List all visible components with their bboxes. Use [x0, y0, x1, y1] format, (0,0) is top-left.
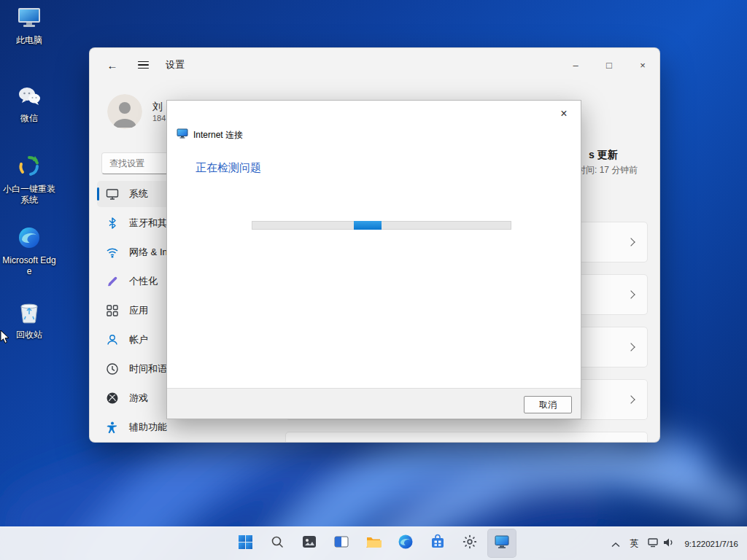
desktop-icon-recycle-bin[interactable]: 回收站 — [1, 300, 57, 341]
monitor-icon — [106, 187, 119, 201]
desktop-icon-label: 此电脑 — [16, 35, 42, 46]
chevron-right-icon — [627, 238, 635, 246]
microsoft-store-icon — [430, 534, 446, 553]
dialog-footer: 取消 — [167, 388, 581, 419]
file-explorer-button[interactable] — [359, 529, 388, 558]
window-title: 设置 — [166, 58, 185, 71]
gear-icon — [462, 534, 478, 553]
volume-icon — [663, 537, 674, 551]
back-button[interactable]: ← — [100, 54, 125, 76]
hamburger-icon — [138, 61, 149, 69]
user-name: 刘 — [152, 100, 166, 113]
windows-start-icon — [238, 534, 253, 553]
wechat-icon — [18, 85, 41, 110]
troubleshooter-icon — [177, 128, 188, 142]
this-pc-icon — [17, 7, 42, 32]
nav-label: 辅助功能 — [129, 421, 167, 434]
input-language-button[interactable]: 英 — [626, 532, 642, 556]
back-icon: ← — [107, 59, 118, 71]
nav-label: 帐户 — [129, 333, 148, 346]
hidden-icons-button[interactable] — [608, 532, 624, 556]
chevron-right-icon — [627, 290, 635, 298]
nav-label: 游戏 — [129, 392, 148, 405]
dialog-close-button[interactable]: × — [551, 104, 576, 124]
active-troubleshooter-button[interactable] — [487, 529, 516, 558]
nav-label: 系统 — [129, 187, 148, 201]
clock-icon — [106, 362, 119, 376]
nav-label: 蓝牙和其 — [129, 217, 167, 230]
desktop-stage: 此电脑 微信 小白一键重装系统 Microsoft Edge 回收站 — [0, 0, 747, 560]
desktop-icon-wechat[interactable]: 微信 — [1, 85, 57, 124]
settings-card[interactable] — [285, 432, 648, 443]
progress-indicator — [354, 221, 382, 230]
taskbar: 英 9:12 2021/7/16 — [0, 526, 747, 560]
cancel-button[interactable]: 取消 — [524, 396, 572, 413]
taskbar-clock[interactable]: 9:12 2021/7/16 — [680, 532, 743, 556]
chevron-up-icon — [611, 537, 620, 551]
desktop-icon-this-pc[interactable]: 此电脑 — [1, 7, 57, 46]
windows-update-heading: s 更新 — [589, 149, 618, 162]
clock-date: 2021/7/16 — [701, 539, 738, 549]
bluetooth-icon — [106, 217, 119, 230]
hamburger-menu-button[interactable] — [131, 54, 155, 76]
start-button[interactable] — [231, 529, 260, 558]
progress-bar — [252, 221, 511, 230]
nav-label: 个性化 — [129, 275, 158, 288]
clock-time: 9:12 — [684, 539, 700, 549]
brush-icon — [106, 275, 119, 288]
dialog-status-heading: 正在检测问题 — [196, 161, 261, 175]
avatar — [107, 94, 142, 129]
nav-label: 网络 & In — [129, 246, 168, 259]
microsoft-store-button[interactable] — [423, 529, 452, 558]
chevron-right-icon — [627, 395, 635, 403]
task-view-button[interactable] — [327, 529, 356, 558]
last-checked-status: 时间: 17 分钟前 — [577, 164, 638, 176]
display-app-icon — [494, 534, 510, 553]
user-id: 184 — [152, 113, 166, 124]
desktop-icon-label: Microsoft Edge — [2, 255, 56, 277]
network-icon — [648, 537, 660, 551]
xbox-icon — [106, 392, 119, 405]
edge-button[interactable] — [391, 529, 420, 558]
wifi-icon — [106, 246, 119, 259]
apps-grid-icon — [106, 304, 119, 317]
desktop-icon-edge[interactable]: Microsoft Edge — [1, 226, 57, 277]
network-volume-button[interactable] — [644, 532, 678, 556]
photos-dark-app-icon — [301, 534, 317, 553]
desktop-icon-label: 小白一键重装系统 — [2, 184, 56, 206]
person-icon — [106, 333, 119, 346]
accessibility-icon — [106, 421, 119, 434]
dialog-app-title: Internet 连接 — [193, 129, 243, 141]
xiaobai-reinstall-icon — [18, 155, 41, 181]
taskbar-search-button[interactable] — [263, 529, 292, 558]
search-icon — [270, 534, 285, 552]
chevron-right-icon — [627, 343, 635, 351]
desktop-icon-xiaobai[interactable]: 小白一键重装系统 — [1, 155, 57, 206]
taskbar-dark-app-button[interactable] — [295, 529, 324, 558]
settings-app-button[interactable] — [455, 529, 484, 558]
desktop-icon-label: 微信 — [20, 113, 38, 124]
troubleshooter-dialog: × Internet 连接 正在检测问题 取消 — [166, 100, 581, 419]
nav-label: 时间和语 — [129, 362, 167, 376]
task-view-icon — [333, 534, 349, 553]
nav-label: 应用 — [129, 304, 148, 317]
recycle-bin-icon — [18, 300, 40, 327]
desktop-icon-label: 回收站 — [16, 330, 42, 341]
edge-icon — [398, 534, 414, 553]
edge-icon — [18, 226, 41, 252]
file-explorer-icon — [365, 534, 382, 553]
user-profile[interactable]: 刘 184 — [107, 94, 166, 129]
